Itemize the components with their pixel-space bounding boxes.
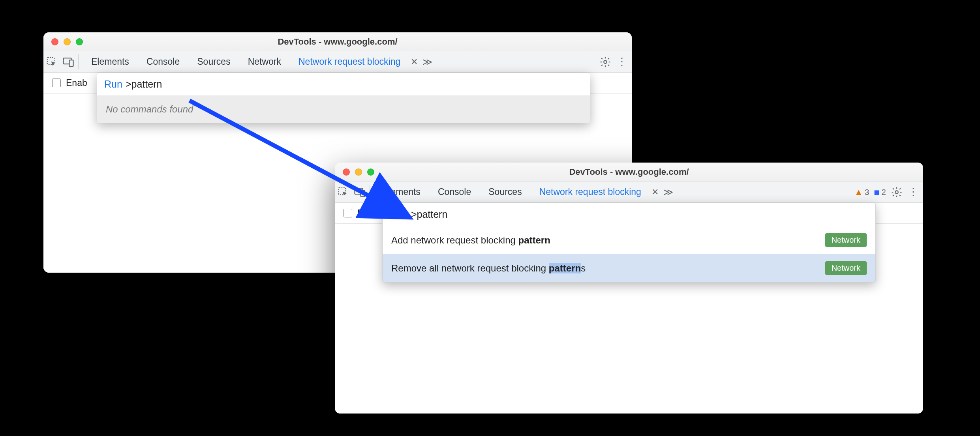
traffic-lights bbox=[43, 38, 83, 45]
palette-empty-state: No commands found bbox=[97, 96, 590, 123]
palette-result-item[interactable]: Add network request blocking patternNetw… bbox=[383, 226, 875, 254]
enable-blocking-label: Enab bbox=[357, 208, 379, 219]
palette-result-tag: Network bbox=[825, 233, 867, 247]
enable-blocking-label: Enab bbox=[66, 78, 87, 88]
tab-close-icon[interactable]: ✕ bbox=[409, 54, 419, 69]
palette-result-text: Remove all network request blocking patt… bbox=[391, 263, 586, 274]
minimize-window-button[interactable] bbox=[355, 168, 362, 176]
window-titlebar: DevTools - www.google.com/ bbox=[335, 163, 923, 182]
svg-point-3 bbox=[604, 60, 607, 64]
tab-elements[interactable]: Elements bbox=[374, 181, 429, 203]
settings-gear-icon[interactable] bbox=[888, 184, 905, 200]
palette-result-item[interactable]: Remove all network request blocking patt… bbox=[383, 254, 875, 282]
device-toolbar-icon[interactable] bbox=[351, 184, 368, 200]
close-window-button[interactable] bbox=[343, 168, 350, 176]
window-title: DevTools - www.google.com/ bbox=[335, 167, 923, 177]
devtools-toolbar: Elements Console Sources Network Network… bbox=[43, 51, 632, 73]
devtools-window-after: DevTools - www.google.com/ Elements Cons… bbox=[335, 163, 923, 414]
toolbar-divider bbox=[78, 54, 79, 69]
palette-prefix: > bbox=[126, 79, 131, 90]
info-count: 2 bbox=[881, 187, 886, 197]
command-palette: Run > pattern Add network request blocki… bbox=[382, 203, 876, 283]
svg-rect-2 bbox=[69, 60, 73, 66]
warning-triangle-icon: ▲ bbox=[854, 187, 863, 197]
warning-count: 3 bbox=[865, 187, 869, 197]
minimize-window-button[interactable] bbox=[64, 38, 71, 45]
palette-prefix: > bbox=[411, 209, 417, 220]
command-palette-input-row[interactable]: Run > pattern bbox=[97, 73, 590, 96]
tabs-row: Elements Console Sources Network Network… bbox=[80, 51, 597, 73]
tab-console[interactable]: Console bbox=[138, 51, 188, 73]
toolbar-divider bbox=[370, 185, 370, 200]
more-tabs-icon[interactable]: ≫ bbox=[419, 56, 436, 67]
command-palette-input-row[interactable]: Run > pattern bbox=[383, 203, 875, 226]
tab-sources[interactable]: Sources bbox=[188, 51, 239, 73]
tab-sources[interactable]: Sources bbox=[480, 181, 530, 203]
svg-point-7 bbox=[895, 191, 898, 194]
traffic-lights bbox=[335, 168, 374, 176]
tab-network-request-blocking[interactable]: Network request blocking bbox=[531, 181, 650, 203]
kebab-menu-icon[interactable]: ⋮ bbox=[614, 54, 630, 70]
tab-console[interactable]: Console bbox=[429, 181, 480, 203]
warning-issues-badge[interactable]: ▲ 3 bbox=[852, 187, 871, 197]
palette-run-label: Run bbox=[104, 79, 122, 90]
info-flag-icon: ◼ bbox=[874, 188, 880, 196]
tab-network[interactable]: Network bbox=[239, 51, 290, 73]
info-issues-badge[interactable]: ◼ 2 bbox=[871, 187, 888, 197]
palette-run-label: Run bbox=[390, 209, 408, 220]
tab-elements[interactable]: Elements bbox=[83, 51, 138, 73]
settings-gear-icon[interactable] bbox=[597, 54, 614, 70]
devtools-toolbar: Elements Console Sources Network request… bbox=[335, 182, 923, 203]
inspect-element-icon[interactable] bbox=[43, 54, 60, 70]
palette-query-text[interactable]: pattern bbox=[131, 79, 162, 90]
window-titlebar: DevTools - www.google.com/ bbox=[43, 32, 632, 51]
panel-content: Enab Run > pattern Add network request b… bbox=[335, 203, 923, 414]
svg-rect-6 bbox=[361, 190, 365, 196]
kebab-menu-icon[interactable]: ⋮ bbox=[905, 184, 922, 200]
palette-result-tag: Network bbox=[825, 261, 867, 275]
enable-blocking-checkbox[interactable] bbox=[52, 79, 61, 87]
tab-close-icon[interactable]: ✕ bbox=[650, 185, 660, 200]
command-palette: Run > pattern No commands found bbox=[97, 73, 590, 123]
palette-query-text[interactable]: pattern bbox=[417, 209, 447, 220]
window-title: DevTools - www.google.com/ bbox=[43, 37, 632, 47]
device-toolbar-icon[interactable] bbox=[60, 54, 77, 70]
tabs-row: Elements Console Sources Network request… bbox=[372, 181, 852, 203]
maximize-window-button[interactable] bbox=[76, 38, 83, 45]
maximize-window-button[interactable] bbox=[367, 168, 374, 176]
palette-results-list: Add network request blocking patternNetw… bbox=[383, 226, 875, 282]
more-tabs-icon[interactable]: ≫ bbox=[660, 187, 676, 198]
inspect-element-icon[interactable] bbox=[335, 184, 351, 200]
tab-network-request-blocking[interactable]: Network request blocking bbox=[290, 51, 409, 73]
palette-result-text: Add network request blocking pattern bbox=[391, 235, 550, 246]
close-window-button[interactable] bbox=[51, 38, 58, 45]
enable-blocking-checkbox[interactable] bbox=[344, 209, 352, 217]
